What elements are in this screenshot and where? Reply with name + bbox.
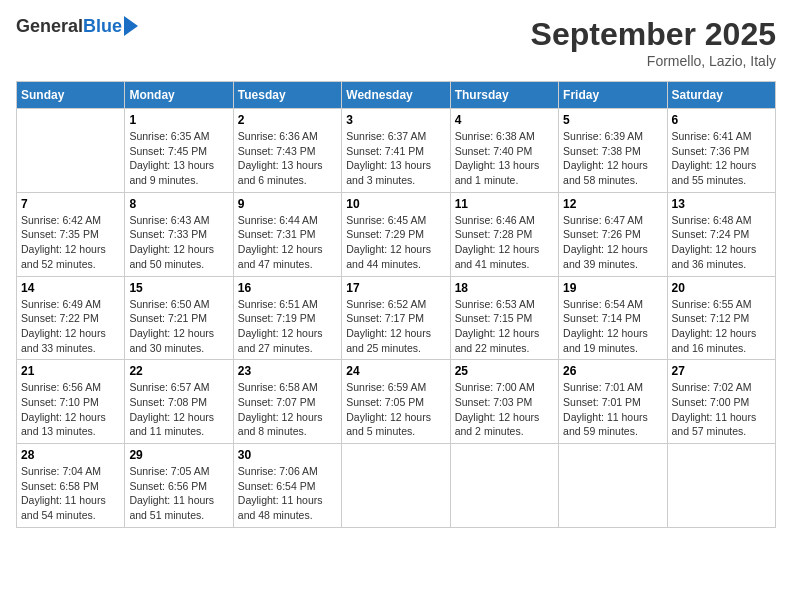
day-info: Sunrise: 6:46 AM Sunset: 7:28 PM Dayligh… <box>455 213 554 272</box>
calendar-cell: 6Sunrise: 6:41 AM Sunset: 7:36 PM Daylig… <box>667 109 775 193</box>
day-info: Sunrise: 6:53 AM Sunset: 7:15 PM Dayligh… <box>455 297 554 356</box>
header-cell-saturday: Saturday <box>667 82 775 109</box>
title-area: September 2025 Formello, Lazio, Italy <box>531 16 776 69</box>
calendar-cell <box>342 444 450 528</box>
calendar-cell: 11Sunrise: 6:46 AM Sunset: 7:28 PM Dayli… <box>450 192 558 276</box>
calendar-table: SundayMondayTuesdayWednesdayThursdayFrid… <box>16 81 776 528</box>
day-info: Sunrise: 7:00 AM Sunset: 7:03 PM Dayligh… <box>455 380 554 439</box>
calendar-cell: 28Sunrise: 7:04 AM Sunset: 6:58 PM Dayli… <box>17 444 125 528</box>
day-info: Sunrise: 6:59 AM Sunset: 7:05 PM Dayligh… <box>346 380 445 439</box>
calendar-cell: 4Sunrise: 6:38 AM Sunset: 7:40 PM Daylig… <box>450 109 558 193</box>
day-number: 24 <box>346 364 445 378</box>
calendar-cell: 8Sunrise: 6:43 AM Sunset: 7:33 PM Daylig… <box>125 192 233 276</box>
day-number: 9 <box>238 197 337 211</box>
calendar-cell: 29Sunrise: 7:05 AM Sunset: 6:56 PM Dayli… <box>125 444 233 528</box>
day-number: 16 <box>238 281 337 295</box>
calendar-cell: 7Sunrise: 6:42 AM Sunset: 7:35 PM Daylig… <box>17 192 125 276</box>
day-info: Sunrise: 6:50 AM Sunset: 7:21 PM Dayligh… <box>129 297 228 356</box>
calendar-cell: 13Sunrise: 6:48 AM Sunset: 7:24 PM Dayli… <box>667 192 775 276</box>
calendar-cell: 21Sunrise: 6:56 AM Sunset: 7:10 PM Dayli… <box>17 360 125 444</box>
calendar-cell: 3Sunrise: 6:37 AM Sunset: 7:41 PM Daylig… <box>342 109 450 193</box>
day-number: 30 <box>238 448 337 462</box>
day-number: 29 <box>129 448 228 462</box>
day-info: Sunrise: 6:38 AM Sunset: 7:40 PM Dayligh… <box>455 129 554 188</box>
calendar-cell <box>17 109 125 193</box>
day-number: 12 <box>563 197 662 211</box>
page-header: General Blue September 2025 Formello, La… <box>16 16 776 69</box>
header-cell-thursday: Thursday <box>450 82 558 109</box>
calendar-week-3: 14Sunrise: 6:49 AM Sunset: 7:22 PM Dayli… <box>17 276 776 360</box>
header-cell-tuesday: Tuesday <box>233 82 341 109</box>
calendar-cell: 2Sunrise: 6:36 AM Sunset: 7:43 PM Daylig… <box>233 109 341 193</box>
day-info: Sunrise: 6:54 AM Sunset: 7:14 PM Dayligh… <box>563 297 662 356</box>
calendar-cell: 27Sunrise: 7:02 AM Sunset: 7:00 PM Dayli… <box>667 360 775 444</box>
calendar-cell: 12Sunrise: 6:47 AM Sunset: 7:26 PM Dayli… <box>559 192 667 276</box>
day-info: Sunrise: 6:43 AM Sunset: 7:33 PM Dayligh… <box>129 213 228 272</box>
day-info: Sunrise: 6:48 AM Sunset: 7:24 PM Dayligh… <box>672 213 771 272</box>
day-number: 14 <box>21 281 120 295</box>
day-number: 26 <box>563 364 662 378</box>
calendar-cell: 5Sunrise: 6:39 AM Sunset: 7:38 PM Daylig… <box>559 109 667 193</box>
calendar-cell: 30Sunrise: 7:06 AM Sunset: 6:54 PM Dayli… <box>233 444 341 528</box>
day-number: 21 <box>21 364 120 378</box>
day-info: Sunrise: 6:52 AM Sunset: 7:17 PM Dayligh… <box>346 297 445 356</box>
calendar-cell: 26Sunrise: 7:01 AM Sunset: 7:01 PM Dayli… <box>559 360 667 444</box>
calendar-cell: 19Sunrise: 6:54 AM Sunset: 7:14 PM Dayli… <box>559 276 667 360</box>
day-info: Sunrise: 6:36 AM Sunset: 7:43 PM Dayligh… <box>238 129 337 188</box>
day-number: 7 <box>21 197 120 211</box>
day-number: 8 <box>129 197 228 211</box>
day-info: Sunrise: 6:57 AM Sunset: 7:08 PM Dayligh… <box>129 380 228 439</box>
day-number: 4 <box>455 113 554 127</box>
day-number: 15 <box>129 281 228 295</box>
day-info: Sunrise: 7:04 AM Sunset: 6:58 PM Dayligh… <box>21 464 120 523</box>
calendar-body: 1Sunrise: 6:35 AM Sunset: 7:45 PM Daylig… <box>17 109 776 528</box>
calendar-cell: 23Sunrise: 6:58 AM Sunset: 7:07 PM Dayli… <box>233 360 341 444</box>
day-number: 25 <box>455 364 554 378</box>
calendar-cell: 17Sunrise: 6:52 AM Sunset: 7:17 PM Dayli… <box>342 276 450 360</box>
day-number: 19 <box>563 281 662 295</box>
calendar-cell: 16Sunrise: 6:51 AM Sunset: 7:19 PM Dayli… <box>233 276 341 360</box>
day-number: 2 <box>238 113 337 127</box>
calendar-cell <box>450 444 558 528</box>
calendar-cell: 20Sunrise: 6:55 AM Sunset: 7:12 PM Dayli… <box>667 276 775 360</box>
header-row: SundayMondayTuesdayWednesdayThursdayFrid… <box>17 82 776 109</box>
header-cell-friday: Friday <box>559 82 667 109</box>
logo-arrow-icon <box>124 16 138 36</box>
day-number: 11 <box>455 197 554 211</box>
logo-general-text: General <box>16 16 83 37</box>
day-info: Sunrise: 6:42 AM Sunset: 7:35 PM Dayligh… <box>21 213 120 272</box>
day-info: Sunrise: 6:56 AM Sunset: 7:10 PM Dayligh… <box>21 380 120 439</box>
day-number: 18 <box>455 281 554 295</box>
day-number: 6 <box>672 113 771 127</box>
day-info: Sunrise: 7:05 AM Sunset: 6:56 PM Dayligh… <box>129 464 228 523</box>
day-number: 1 <box>129 113 228 127</box>
calendar-week-5: 28Sunrise: 7:04 AM Sunset: 6:58 PM Dayli… <box>17 444 776 528</box>
calendar-cell <box>667 444 775 528</box>
location: Formello, Lazio, Italy <box>531 53 776 69</box>
day-info: Sunrise: 7:06 AM Sunset: 6:54 PM Dayligh… <box>238 464 337 523</box>
day-number: 17 <box>346 281 445 295</box>
day-number: 13 <box>672 197 771 211</box>
day-info: Sunrise: 6:41 AM Sunset: 7:36 PM Dayligh… <box>672 129 771 188</box>
day-info: Sunrise: 6:51 AM Sunset: 7:19 PM Dayligh… <box>238 297 337 356</box>
day-number: 5 <box>563 113 662 127</box>
calendar-header: SundayMondayTuesdayWednesdayThursdayFrid… <box>17 82 776 109</box>
calendar-cell: 22Sunrise: 6:57 AM Sunset: 7:08 PM Dayli… <box>125 360 233 444</box>
calendar-cell: 1Sunrise: 6:35 AM Sunset: 7:45 PM Daylig… <box>125 109 233 193</box>
day-info: Sunrise: 6:45 AM Sunset: 7:29 PM Dayligh… <box>346 213 445 272</box>
day-info: Sunrise: 7:01 AM Sunset: 7:01 PM Dayligh… <box>563 380 662 439</box>
calendar-week-1: 1Sunrise: 6:35 AM Sunset: 7:45 PM Daylig… <box>17 109 776 193</box>
day-info: Sunrise: 6:44 AM Sunset: 7:31 PM Dayligh… <box>238 213 337 272</box>
header-cell-sunday: Sunday <box>17 82 125 109</box>
calendar-cell: 15Sunrise: 6:50 AM Sunset: 7:21 PM Dayli… <box>125 276 233 360</box>
day-number: 23 <box>238 364 337 378</box>
logo: General Blue <box>16 16 138 37</box>
header-cell-wednesday: Wednesday <box>342 82 450 109</box>
calendar-week-4: 21Sunrise: 6:56 AM Sunset: 7:10 PM Dayli… <box>17 360 776 444</box>
calendar-cell: 24Sunrise: 6:59 AM Sunset: 7:05 PM Dayli… <box>342 360 450 444</box>
calendar-week-2: 7Sunrise: 6:42 AM Sunset: 7:35 PM Daylig… <box>17 192 776 276</box>
day-info: Sunrise: 6:58 AM Sunset: 7:07 PM Dayligh… <box>238 380 337 439</box>
month-title: September 2025 <box>531 16 776 53</box>
day-info: Sunrise: 6:35 AM Sunset: 7:45 PM Dayligh… <box>129 129 228 188</box>
day-number: 28 <box>21 448 120 462</box>
